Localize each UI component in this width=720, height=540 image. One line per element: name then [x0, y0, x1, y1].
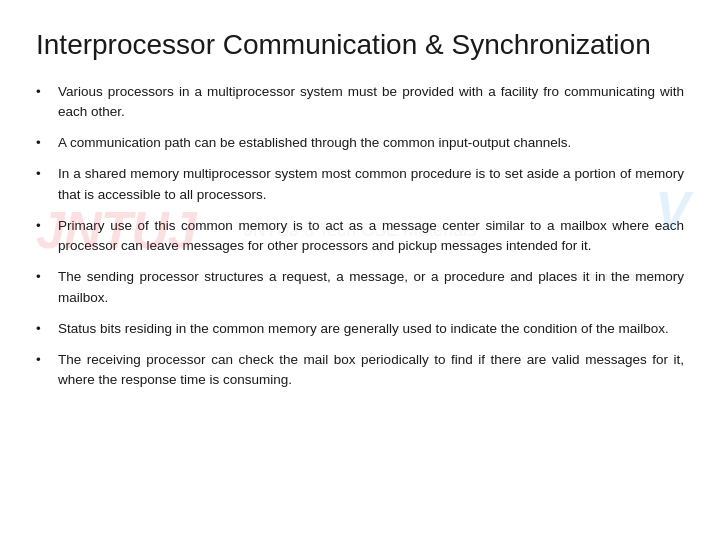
bullet-text: The sending processor structures a reque…	[58, 267, 684, 308]
bullet-marker: •	[36, 267, 54, 287]
bullet-marker: •	[36, 216, 54, 236]
bullet-text: Primary use of this common memory is to …	[58, 216, 684, 257]
slide-title: Interprocessor Communication & Synchroni…	[36, 28, 684, 62]
bullet-item-3: •In a shared memory multiprocessor syste…	[36, 164, 684, 205]
bullet-item-7: •The receiving processor can check the m…	[36, 350, 684, 391]
bullet-text: A communication path can be established …	[58, 133, 684, 153]
bullet-text: In a shared memory multiprocessor system…	[58, 164, 684, 205]
slide: Interprocessor Communication & Synchroni…	[0, 0, 720, 540]
bullet-marker: •	[36, 319, 54, 339]
bullet-item-4: •Primary use of this common memory is to…	[36, 216, 684, 257]
bullet-marker: •	[36, 164, 54, 184]
bullet-item-6: •Status bits residing in the common memo…	[36, 319, 684, 339]
bullet-text: Various processors in a multiprocessor s…	[58, 82, 684, 123]
bullet-text: Status bits residing in the common memor…	[58, 319, 684, 339]
bullet-marker: •	[36, 82, 54, 102]
bullet-marker: •	[36, 133, 54, 153]
bullet-list: •Various processors in a multiprocessor …	[36, 82, 684, 391]
bullet-marker: •	[36, 350, 54, 370]
bullet-text: The receiving processor can check the ma…	[58, 350, 684, 391]
bullet-item-1: •Various processors in a multiprocessor …	[36, 82, 684, 123]
bullet-item-5: •The sending processor structures a requ…	[36, 267, 684, 308]
bullet-item-2: •A communication path can be established…	[36, 133, 684, 153]
